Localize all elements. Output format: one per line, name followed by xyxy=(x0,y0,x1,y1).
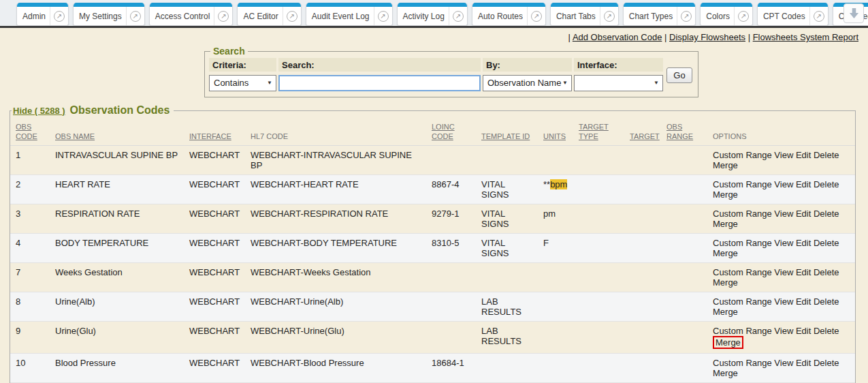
go-button[interactable]: Go xyxy=(666,67,692,83)
option-merge[interactable]: Merge xyxy=(713,336,743,349)
cell-loinc-code: 8310-5 xyxy=(426,234,476,263)
col-target[interactable]: TARGET xyxy=(624,117,661,146)
option-edit[interactable]: Edit xyxy=(796,209,811,219)
col-obs-range[interactable]: OBS RANGE xyxy=(661,117,707,146)
tab-launch-button[interactable]: ↗ xyxy=(677,7,695,25)
option-edit[interactable]: Edit xyxy=(796,179,811,189)
option-delete[interactable]: Delete xyxy=(814,179,839,189)
tab-activity-log[interactable]: Activity Log ↗ xyxy=(397,3,468,26)
tab-label: Chart Types xyxy=(629,12,677,21)
tab-access-control[interactable]: Access Control ↗ xyxy=(149,3,234,26)
tab-launch-button[interactable]: ↗ xyxy=(809,7,828,25)
option-edit[interactable]: Edit xyxy=(796,150,811,160)
tab-launch-button[interactable]: ↗ xyxy=(734,7,752,25)
col-obs-name[interactable]: OBS NAME xyxy=(50,117,184,146)
option-delete[interactable]: Delete xyxy=(814,150,839,160)
link-flowsheets-system-report[interactable]: Flowsheets System Report xyxy=(753,32,858,42)
option-merge[interactable]: Merge xyxy=(713,277,738,288)
cell-template-id: VITAL SIGNS xyxy=(476,234,538,263)
option-view[interactable]: View xyxy=(774,358,793,368)
option-delete[interactable]: Delete xyxy=(814,296,839,307)
scroll-tabs-button[interactable] xyxy=(843,3,864,23)
tab-launch-button[interactable]: ↗ xyxy=(449,7,467,25)
cell-obs-name: Weeks Gestation xyxy=(50,263,184,292)
option-view[interactable]: View xyxy=(774,326,793,336)
cell-loinc-code xyxy=(426,292,476,322)
tab-admin[interactable]: Admin ↗ xyxy=(16,3,69,26)
interface-select[interactable]: ▼ xyxy=(574,75,663,91)
tab-launch-button[interactable]: ↗ xyxy=(214,7,232,25)
option-merge[interactable]: Merge xyxy=(713,307,738,317)
tab-my-settings[interactable]: My Settings ↗ xyxy=(73,3,145,26)
option-merge[interactable]: Merge xyxy=(713,248,738,258)
col-loinc-code[interactable]: LOINC CODE xyxy=(426,117,476,146)
cell-interface: WEBCHART xyxy=(184,354,245,383)
option-merge[interactable]: Merge xyxy=(713,368,738,378)
col-target-type[interactable]: TARGET TYPE xyxy=(573,117,624,146)
tab-launch-button[interactable]: ↗ xyxy=(374,7,392,25)
option-delete[interactable]: Delete xyxy=(814,267,839,277)
option-view[interactable]: View xyxy=(774,296,793,307)
option-custom-range[interactable]: Custom Range xyxy=(713,326,772,336)
option-custom-range[interactable]: Custom Range xyxy=(713,267,772,277)
hide-count-link[interactable]: Hide ( 5288 ) xyxy=(13,106,65,116)
tab-chart-types[interactable]: Chart Types ↗ xyxy=(623,3,696,26)
tab-audit-event-log[interactable]: Audit Event Log ↗ xyxy=(306,3,393,26)
cell-obs-range xyxy=(661,263,707,292)
tab-auto-routes[interactable]: Auto Routes ↗ xyxy=(472,3,546,26)
cell-obs-name: Urine(Alb) xyxy=(50,292,184,322)
cell-obs-code: 3 xyxy=(10,204,50,234)
cell-obs-range xyxy=(661,146,707,175)
cell-obs-range xyxy=(661,234,707,263)
option-view[interactable]: View xyxy=(774,238,793,248)
option-edit[interactable]: Edit xyxy=(796,326,811,336)
option-custom-range[interactable]: Custom Range xyxy=(713,179,772,189)
option-custom-range[interactable]: Custom Range xyxy=(713,296,772,307)
cell-units xyxy=(538,263,573,292)
tab-chart-tabs[interactable]: Chart Tabs ↗ xyxy=(550,3,619,26)
col-units[interactable]: UNITS xyxy=(538,117,573,146)
cell-obs-code: 1 xyxy=(10,146,50,175)
option-view[interactable]: View xyxy=(774,150,793,160)
tab-launch-button[interactable]: ↗ xyxy=(126,7,144,25)
by-label: By: xyxy=(483,58,572,72)
tab-cpt-codes[interactable]: CPT Codes ↗ xyxy=(757,3,829,26)
search-input[interactable] xyxy=(278,75,481,91)
tab-launch-button[interactable]: ↗ xyxy=(50,7,68,25)
option-merge[interactable]: Merge xyxy=(713,189,738,200)
option-custom-range[interactable]: Custom Range xyxy=(713,209,772,219)
col-obs-code[interactable]: OBS CODE xyxy=(10,117,50,146)
option-merge[interactable]: Merge xyxy=(713,219,738,229)
option-delete[interactable]: Delete xyxy=(814,209,839,219)
link-add-observation-code[interactable]: Add Observation Code xyxy=(573,32,662,42)
cell-hl7-code: WEBCHART-Blood Pressure xyxy=(245,354,426,383)
option-edit[interactable]: Edit xyxy=(796,358,811,368)
col-interface[interactable]: INTERFACE xyxy=(184,117,245,146)
option-delete[interactable]: Delete xyxy=(814,238,839,248)
option-view[interactable]: View xyxy=(774,267,793,277)
col-template-id[interactable]: TEMPLATE ID xyxy=(476,117,538,146)
option-merge[interactable]: Merge xyxy=(713,160,738,170)
option-delete[interactable]: Delete xyxy=(814,358,839,368)
option-edit[interactable]: Edit xyxy=(796,267,811,277)
link-display-flowsheets[interactable]: Display Flowsheets xyxy=(669,32,745,42)
option-view[interactable]: View xyxy=(774,179,793,189)
criteria-select[interactable]: Contains ▼ xyxy=(209,75,276,91)
tab-launch-button[interactable]: ↗ xyxy=(527,7,545,25)
option-custom-range[interactable]: Custom Range xyxy=(713,150,772,160)
cell-obs-code: 2 xyxy=(10,175,50,204)
tab-colors[interactable]: Colors ↗ xyxy=(700,3,753,26)
tab-launch-button[interactable]: ↗ xyxy=(600,7,618,25)
option-edit[interactable]: Edit xyxy=(796,296,811,307)
page-body: | Add Observation Code | Display Flowshe… xyxy=(0,28,868,383)
tab-ac-editor[interactable]: AC Editor ↗ xyxy=(237,3,301,26)
option-custom-range[interactable]: Custom Range xyxy=(713,358,772,368)
by-select[interactable]: Observation Name ▼ xyxy=(483,75,572,91)
option-view[interactable]: View xyxy=(774,209,793,219)
option-delete[interactable]: Delete xyxy=(814,326,839,336)
cell-obs-range xyxy=(661,204,707,234)
option-custom-range[interactable]: Custom Range xyxy=(713,238,772,248)
dropdown-arrow-icon: ▼ xyxy=(654,80,659,86)
option-edit[interactable]: Edit xyxy=(796,238,811,248)
tab-launch-button[interactable]: ↗ xyxy=(283,7,301,25)
